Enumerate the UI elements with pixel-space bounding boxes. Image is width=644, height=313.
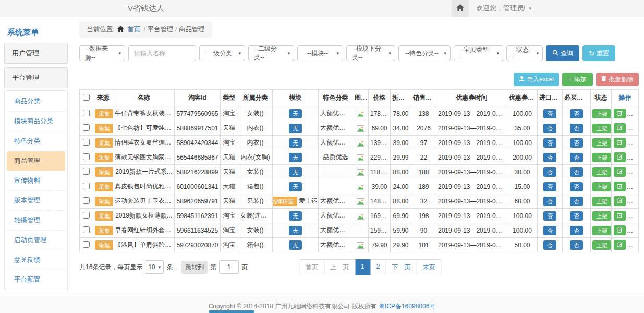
must-buy-toggle[interactable]: 否	[570, 153, 583, 162]
import-select-toggle[interactable]: 否	[543, 211, 556, 221]
sales-count: 189	[411, 179, 436, 194]
row-checkbox[interactable]	[83, 241, 90, 248]
status-badge[interactable]: 上架	[592, 240, 611, 250]
must-buy-toggle[interactable]: 否	[570, 167, 583, 177]
edit-button[interactable]	[614, 196, 626, 206]
sidebar-item-模块商品分类[interactable]: 模块商品分类	[7, 112, 65, 131]
sidebar-item-轮播管理[interactable]: 轮播管理	[7, 211, 65, 231]
status-badge[interactable]: 上架	[592, 167, 611, 177]
pager-button-下一页[interactable]: 下一页	[386, 259, 417, 275]
user-menu[interactable]: 欢迎您，管理员! ▼	[476, 4, 532, 13]
row-checkbox[interactable]	[83, 183, 90, 189]
edit-button[interactable]	[614, 211, 626, 221]
breadcrumb-home-link[interactable]: 首页	[127, 25, 140, 34]
filter-select[interactable]: --宝贝类型--▾	[454, 45, 503, 61]
edit-button[interactable]	[614, 182, 626, 191]
sidebar-item-启动页管理[interactable]: 启动页管理	[7, 231, 65, 250]
must-buy-toggle[interactable]: 否	[570, 109, 583, 118]
edit-button[interactable]	[614, 167, 626, 177]
feature-category	[319, 165, 353, 179]
bulk-delete-button[interactable]: 批量删除	[596, 73, 639, 86]
sales-count: 138	[411, 106, 436, 121]
status-badge[interactable]: 上架	[592, 138, 611, 148]
sidebar-item-平台配置[interactable]: 平台配置	[7, 270, 65, 290]
status-badge[interactable]: 上架	[592, 153, 611, 162]
sidebar-item-特色分类[interactable]: 特色分类	[7, 131, 65, 151]
status-badge[interactable]: 上架	[592, 124, 611, 133]
filter-select[interactable]: --状态--▾	[506, 45, 543, 61]
row-checkbox[interactable]	[83, 124, 90, 131]
must-buy-toggle[interactable]: 否	[570, 197, 583, 206]
sidebar-item-宣传物料[interactable]: 宣传物料	[7, 171, 65, 191]
filter-select[interactable]: --数据来源--▾	[79, 45, 125, 61]
import-select-toggle[interactable]: 否	[543, 167, 556, 177]
edit-button[interactable]	[614, 225, 626, 235]
must-buy-toggle[interactable]: 否	[570, 138, 583, 148]
edit-button[interactable]	[614, 109, 626, 118]
row-checkbox[interactable]	[83, 212, 90, 219]
must-buy-toggle[interactable]: 否	[570, 226, 583, 235]
sidebar-group-平台管理[interactable]: 平台管理	[4, 67, 68, 88]
import-select-toggle[interactable]: 否	[543, 153, 556, 162]
row-checkbox[interactable]	[83, 226, 90, 233]
home-button[interactable]	[452, 0, 469, 17]
per-page-select[interactable]: 10 ▾	[145, 260, 164, 274]
edit-button[interactable]	[614, 123, 626, 133]
import-select-toggle[interactable]: 否	[543, 138, 556, 148]
edit-button[interactable]	[614, 138, 626, 148]
sidebar-item-意见反馈[interactable]: 意见反馈	[7, 250, 65, 270]
filter-select[interactable]: --特色分类--▾	[398, 45, 451, 61]
query-button[interactable]: 查询	[546, 45, 579, 61]
status-badge[interactable]: 上架	[592, 109, 611, 118]
must-buy-toggle[interactable]: 否	[570, 240, 583, 250]
import-select-toggle[interactable]: 否	[543, 124, 556, 133]
row-checkbox[interactable]	[83, 139, 90, 146]
pager-button-1[interactable]: 1	[355, 259, 371, 275]
filter-select[interactable]: --模块下分类--▾	[346, 45, 395, 61]
breadcrumb-item[interactable]: 平台管理	[147, 26, 173, 33]
filter-select[interactable]: 一级分类▾	[199, 45, 245, 61]
filter-select[interactable]: --二级分类--▾	[248, 45, 294, 61]
import-select-toggle[interactable]: 否	[543, 109, 556, 118]
edit-button[interactable]	[614, 240, 626, 250]
pager-button-上一页[interactable]: 上一页	[324, 259, 355, 275]
status-badge[interactable]: 上架	[592, 182, 611, 191]
sidebar-item-版本管理[interactable]: 版本管理	[7, 191, 65, 211]
import-select-toggle[interactable]: 否	[543, 226, 556, 235]
must-buy-toggle[interactable]: 否	[570, 182, 583, 191]
product-image-icon	[357, 197, 364, 204]
product-type: 淘宝	[221, 223, 238, 238]
edit-button[interactable]	[614, 152, 626, 162]
horizontal-scrollbar-thumb[interactable]	[209, 310, 254, 313]
import-select-toggle[interactable]: 否	[543, 197, 556, 206]
pager-button-2[interactable]: 2	[371, 259, 386, 275]
reset-button[interactable]: ↻重置	[582, 45, 615, 61]
must-buy-toggle[interactable]: 否	[570, 211, 583, 221]
chevron-down-icon: ▾	[238, 51, 241, 56]
status-cell: 上架	[591, 238, 612, 252]
import-select-toggle[interactable]: 否	[543, 240, 556, 250]
import-excel-button[interactable]: 导入excel	[514, 73, 559, 86]
filter-select[interactable]: --模块--▾	[297, 45, 343, 61]
row-checkbox[interactable]	[83, 168, 90, 175]
must-buy-toggle[interactable]: 否	[570, 124, 583, 133]
pager-button-末页[interactable]: 末页	[417, 259, 441, 275]
icp-link[interactable]: 粤ICP备16098006号	[379, 303, 435, 310]
page-number-input[interactable]	[219, 260, 239, 274]
jump-button[interactable]: 跳转到	[181, 261, 208, 274]
status-badge[interactable]: 上架	[592, 226, 611, 235]
sidebar-item-商品分类[interactable]: 商品分类	[7, 92, 65, 112]
status-badge[interactable]: 上架	[592, 197, 611, 206]
import-select-toggle[interactable]: 否	[543, 182, 556, 191]
row-checkbox[interactable]	[83, 197, 90, 204]
row-checkbox[interactable]	[83, 153, 90, 160]
row-checkbox[interactable]	[83, 110, 90, 116]
status-badge[interactable]: 上架	[592, 211, 611, 221]
breadcrumb-item[interactable]: 商品管理	[179, 26, 205, 33]
sidebar-group-用户管理[interactable]: 用户管理	[4, 43, 68, 64]
pager-button-首页[interactable]: 首页	[299, 259, 324, 275]
sidebar-item-商品管理[interactable]: 商品管理	[7, 151, 65, 171]
name-search-input[interactable]	[128, 45, 196, 61]
add-button[interactable]: + 添加	[562, 73, 593, 86]
select-all-checkbox[interactable]	[83, 94, 90, 101]
